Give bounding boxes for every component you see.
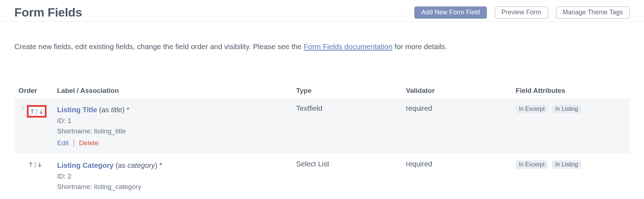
shortname-prefix: Shortname: bbox=[57, 183, 94, 190]
attr-badge: In Excerpt bbox=[516, 160, 548, 169]
move-up-icon[interactable] bbox=[29, 161, 33, 168]
th-type: Type bbox=[293, 83, 402, 99]
field-title-link[interactable]: Listing Category bbox=[57, 161, 114, 169]
id-value: 1 bbox=[68, 117, 72, 124]
field-title-link[interactable]: Listing Title bbox=[57, 106, 97, 114]
order-controls: | bbox=[27, 105, 47, 118]
id-prefix: ID: bbox=[57, 172, 68, 180]
order-separator: | bbox=[36, 108, 38, 115]
table-row: | Listing Category (as category) * ID: 2… bbox=[14, 153, 630, 196]
move-down-icon[interactable] bbox=[38, 161, 42, 168]
type-value: Select List bbox=[296, 160, 329, 168]
assoc-name: category bbox=[127, 161, 155, 169]
validator-value: required bbox=[406, 160, 432, 168]
docs-link[interactable]: Form Fields documentation bbox=[304, 42, 392, 51]
required-star: * bbox=[127, 106, 130, 114]
id-prefix: ID: bbox=[57, 117, 68, 124]
assoc-prefix: (as bbox=[116, 161, 127, 169]
move-up-icon[interactable] bbox=[30, 108, 34, 115]
assoc-suffix: ) bbox=[155, 161, 159, 169]
edit-link[interactable]: Edit bbox=[57, 139, 69, 147]
th-validator: Validator bbox=[402, 83, 512, 99]
shortname-value: listing_category bbox=[94, 183, 141, 190]
validator-value: required bbox=[406, 104, 432, 112]
th-attr: Field Attributes bbox=[512, 83, 630, 99]
shortname-value: listing_title bbox=[94, 127, 126, 135]
th-label: Label / Association bbox=[54, 83, 293, 99]
assoc-suffix: ) bbox=[122, 106, 126, 114]
fields-table: Order Label / Association Type Validator… bbox=[14, 83, 630, 196]
add-field-button[interactable]: Add New Form Field bbox=[414, 6, 487, 19]
actions-separator: | bbox=[71, 139, 77, 147]
attr-badge: In Listing bbox=[552, 160, 581, 169]
th-order: Order bbox=[14, 83, 54, 99]
order-controls: | bbox=[29, 161, 42, 168]
id-value: 2 bbox=[68, 172, 72, 180]
attr-badge: In Listing bbox=[552, 105, 581, 113]
header-buttons: Add New Form Field Preview Form Manage T… bbox=[414, 6, 630, 19]
move-down-icon[interactable] bbox=[39, 108, 43, 115]
assoc-name: title bbox=[111, 106, 122, 114]
shortname-prefix: Shortname: bbox=[57, 127, 94, 135]
table-row: ⠿ | Listing Ti bbox=[14, 99, 630, 153]
assoc-prefix: (as bbox=[99, 106, 111, 114]
order-separator: | bbox=[34, 161, 36, 168]
attr-badge: In Excerpt bbox=[516, 105, 548, 113]
intro-text: Create new fields, edit existing fields,… bbox=[14, 42, 630, 51]
delete-link[interactable]: Delete bbox=[79, 139, 99, 147]
manage-theme-tags-button[interactable]: Manage Theme Tags bbox=[556, 6, 630, 19]
preview-form-button[interactable]: Preview Form bbox=[495, 6, 548, 19]
required-star: * bbox=[159, 161, 162, 169]
type-value: Textfield bbox=[296, 104, 322, 112]
drag-handle-icon[interactable]: ⠿ bbox=[21, 105, 25, 112]
page-title: Form Fields bbox=[14, 5, 82, 19]
